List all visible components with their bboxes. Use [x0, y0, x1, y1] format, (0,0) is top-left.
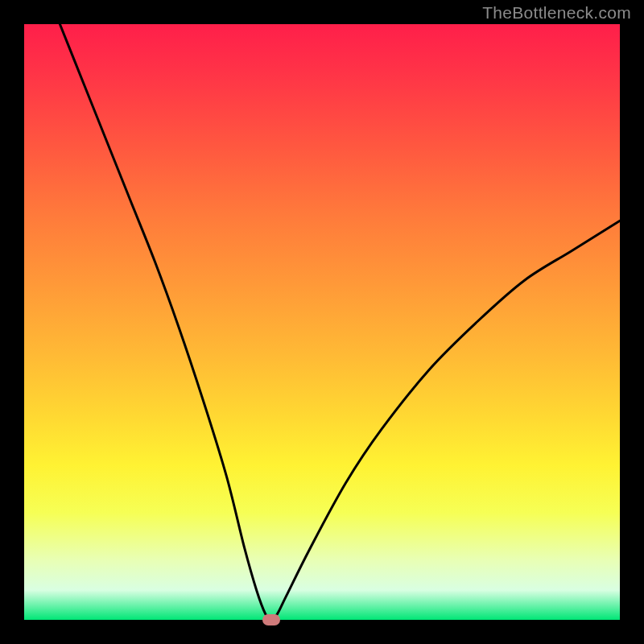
bottleneck-curve [60, 24, 620, 620]
optimal-marker [262, 614, 280, 625]
curve-svg [24, 24, 620, 620]
watermark-text: TheBottleneck.com [482, 3, 631, 23]
plot-area [24, 24, 620, 620]
chart-frame: TheBottleneck.com [0, 0, 644, 644]
